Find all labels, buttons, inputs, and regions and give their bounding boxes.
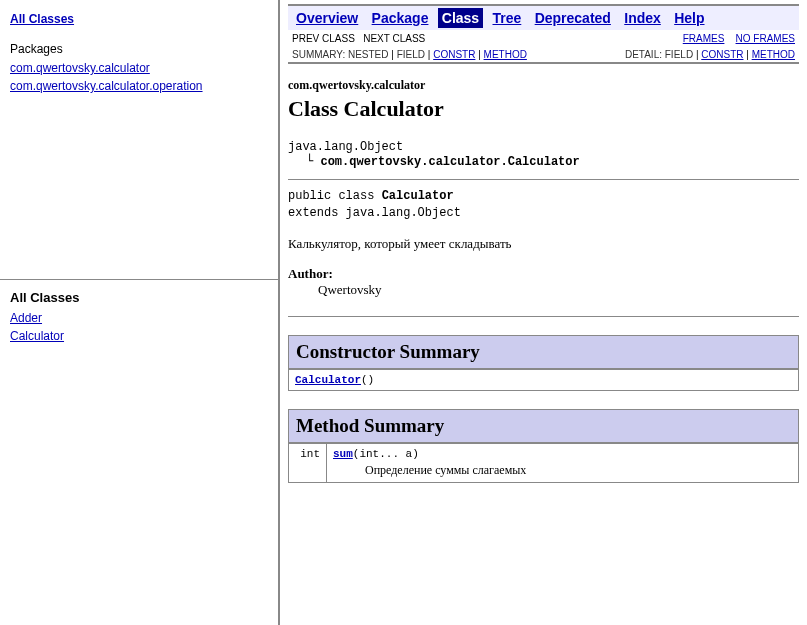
package-link-1[interactable]: com.qwertovsky.calculator (10, 59, 268, 77)
method-params: (int... a) (353, 448, 419, 460)
class-signature: public class Calculator extends java.lan… (288, 179, 799, 222)
sub-nav-row2: SUMMARY: NESTED | FIELD | CONSTR | METHO… (288, 47, 799, 64)
frames-link[interactable]: FRAMES (683, 33, 725, 44)
packages-label: Packages (10, 42, 268, 56)
summary-nested: NESTED (348, 49, 389, 60)
summary-constr-link[interactable]: CONSTR (433, 49, 475, 60)
table-row: int sum(int... a) Определение суммы слаг… (289, 443, 799, 482)
class-hierarchy: java.lang.Object └ com.qwertovsky.calcul… (288, 140, 799, 169)
nav-index[interactable]: Index (620, 8, 665, 28)
class-title: Class Calculator (288, 96, 799, 122)
method-return-type: int (289, 443, 327, 482)
packages-frame: All Classes Packages com.qwertovsky.calc… (0, 0, 278, 280)
table-row: Calculator() (289, 369, 799, 390)
detail-field: FIELD (665, 49, 693, 60)
main-content: Overview Package Class Tree Deprecated I… (278, 0, 807, 625)
detail-constr-link[interactable]: CONSTR (701, 49, 743, 60)
constructor-summary-table: Calculator() (288, 369, 799, 391)
all-classes-frame: All Classes Adder Calculator (0, 280, 278, 625)
tree-branch-icon: └ (306, 154, 320, 168)
sig-extends: extends java.lang.Object (288, 205, 799, 222)
nav-bar: Overview Package Class Tree Deprecated I… (288, 4, 799, 30)
nav-overview[interactable]: Overview (292, 8, 362, 28)
constructor-link[interactable]: Calculator (295, 374, 361, 386)
class-link-adder[interactable]: Adder (10, 309, 268, 327)
package-name: com.qwertovsky.calculator (288, 78, 799, 93)
method-link[interactable]: sum (333, 448, 353, 460)
all-classes-link[interactable]: All Classes (10, 10, 268, 28)
method-summary-table: int sum(int... a) Определение суммы слаг… (288, 443, 799, 483)
author-label: Author: (288, 266, 799, 282)
sig-prefix: public class (288, 189, 382, 203)
summary-label: SUMMARY: (292, 49, 345, 60)
package-link-2[interactable]: com.qwertovsky.calculator.operation (10, 77, 268, 95)
hierarchy-parent: java.lang.Object (288, 140, 799, 154)
summary-method-link[interactable]: METHOD (484, 49, 527, 60)
author-value: Qwertovsky (318, 282, 799, 298)
sig-classname: Calculator (382, 189, 454, 203)
nav-package[interactable]: Package (368, 8, 433, 28)
nav-deprecated[interactable]: Deprecated (531, 8, 615, 28)
hierarchy-child: com.qwertovsky.calculator.Calculator (320, 155, 579, 169)
summary-field: FIELD (397, 49, 425, 60)
detail-method-link[interactable]: METHOD (752, 49, 795, 60)
nav-help[interactable]: Help (670, 8, 708, 28)
all-classes-title: All Classes (10, 290, 268, 305)
nav-class: Class (438, 8, 483, 28)
method-description: Определение суммы слагаемых (333, 460, 792, 478)
class-description: Калькулятор, который умеет складывать (288, 236, 799, 252)
sub-nav-row1: PREV CLASS NEXT CLASS FRAMES NO FRAMES (288, 30, 799, 47)
nav-tree[interactable]: Tree (488, 8, 525, 28)
no-frames-link[interactable]: NO FRAMES (736, 33, 795, 44)
method-summary-header: Method Summary (288, 409, 799, 443)
next-class: NEXT CLASS (363, 33, 425, 44)
detail-label: DETAIL: (625, 49, 662, 60)
prev-class: PREV CLASS (292, 33, 355, 44)
class-link-calculator[interactable]: Calculator (10, 327, 268, 345)
constructor-params: () (361, 374, 374, 386)
constructor-summary-header: Constructor Summary (288, 335, 799, 369)
